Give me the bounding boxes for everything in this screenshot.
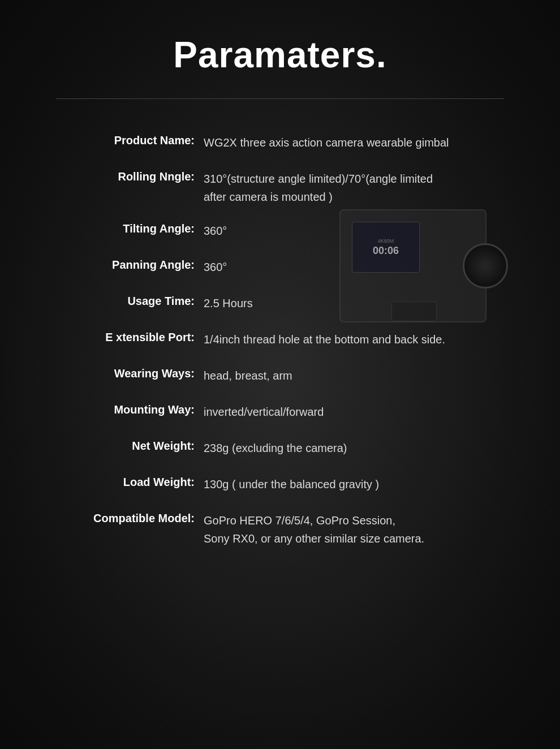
spec-label-extensible-port: E xtensible Port: <box>45 330 204 344</box>
spec-label-tilting-angle: Tilting Angle: <box>45 221 204 235</box>
spec-label-rolling-angle: Rolling Nngle: <box>45 169 204 183</box>
section-divider <box>56 98 504 99</box>
spec-row-panning-angle: Panning Angle: 360° <box>45 257 515 278</box>
compatible-model-line2: Sony RX0, or any other similar size came… <box>204 530 515 547</box>
spec-row-usage-time: Usage Time: 2.5 Hours <box>45 294 515 314</box>
specs-section: Product Name: WG2X three axis action cam… <box>0 133 560 547</box>
spec-row-rolling-angle: Rolling Nngle: 310°(structure angle limi… <box>45 169 515 205</box>
spec-value-usage-time: 2.5 Hours <box>204 294 515 312</box>
spec-label-product-name: Product Name: <box>45 133 204 147</box>
page-title: Paramaters. <box>0 34 560 76</box>
spec-row-compatible-model: Compatible Model: GoPro HERO 7/6/5/4, Go… <box>45 511 515 547</box>
spec-row-load-weight: Load Weight: 130g ( under the balanced g… <box>45 475 515 495</box>
spec-row-product-name: Product Name: WG2X three axis action cam… <box>45 133 515 153</box>
spec-value-tilting-angle: 360° <box>204 221 515 239</box>
spec-label-compatible-model: Compatible Model: <box>45 511 204 525</box>
spec-value-load-weight: 130g ( under the balanced gravity ) <box>204 475 515 493</box>
rolling-angle-line2: after camera is mounted ) <box>204 188 515 205</box>
spec-value-panning-angle: 360° <box>204 257 515 276</box>
spec-label-net-weight: Net Weight: <box>45 438 204 453</box>
spec-label-usage-time: Usage Time: <box>45 294 204 308</box>
spec-value-product-name: WG2X three axis action camera wearable g… <box>204 133 515 151</box>
spec-value-rolling-angle: 310°(structure angle limited)/70°(angle … <box>204 169 515 205</box>
spec-label-panning-angle: Panning Angle: <box>45 257 204 272</box>
page-container: Paramaters. 4K60M 00:06 Product Name: WG… <box>0 0 560 749</box>
spec-label-load-weight: Load Weight: <box>45 475 204 489</box>
spec-value-extensible-port: 1/4inch thread hole at the bottom and ba… <box>204 330 515 348</box>
spec-row-net-weight: Net Weight: 238g (excluding the camera) <box>45 438 515 459</box>
title-section: Paramaters. <box>0 0 560 98</box>
spec-value-mounting-way: inverted/vertical/forward <box>204 402 515 420</box>
spec-row-mounting-way: Mounting Way: inverted/vertical/forward <box>45 402 515 423</box>
spec-label-mounting-way: Mounting Way: <box>45 402 204 416</box>
rolling-angle-line1: 310°(structure angle limited)/70°(angle … <box>204 173 433 185</box>
spec-value-net-weight: 238g (excluding the camera) <box>204 438 515 457</box>
spec-row-tilting-angle: Tilting Angle: 360° <box>45 221 515 242</box>
spec-label-wearing-ways: Wearing Ways: <box>45 366 204 380</box>
spec-row-wearing-ways: Wearing Ways: head, breast, arm <box>45 366 515 386</box>
spec-value-wearing-ways: head, breast, arm <box>204 366 515 384</box>
compatible-model-line1: GoPro HERO 7/6/5/4, GoPro Session, <box>204 514 395 527</box>
spec-value-compatible-model: GoPro HERO 7/6/5/4, GoPro Session, Sony … <box>204 511 515 547</box>
spec-row-extensible-port: E xtensible Port: 1/4inch thread hole at… <box>45 330 515 350</box>
